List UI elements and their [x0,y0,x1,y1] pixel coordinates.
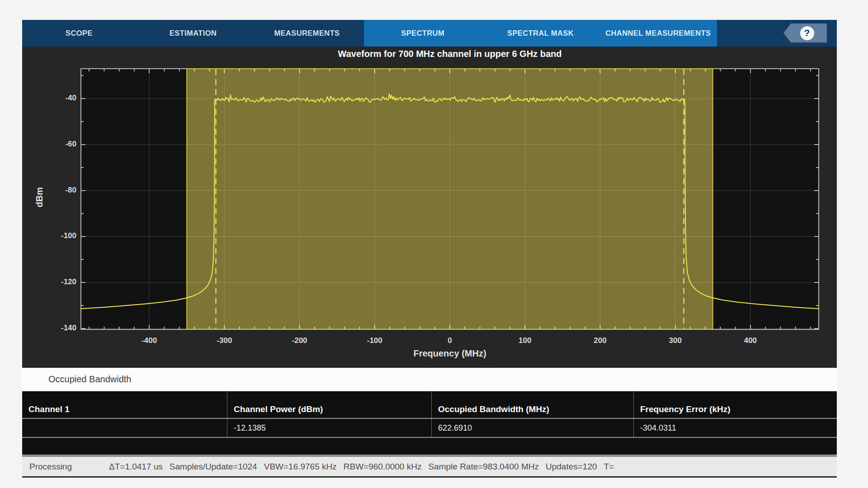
y-axis-label: dBm [34,187,45,207]
x-tick-label: 400 [730,336,771,345]
y-tick-label: -120 [22,277,76,286]
table-row: -12.1385 622.6910 -304.0311 [22,419,837,437]
table-header-channel-power: Channel Power (dBm) [227,391,431,418]
tab-group-active: SPECTRUM SPECTRAL MASK CHANNEL MEASUREME… [364,20,717,47]
x-tick-label: -300 [204,336,245,345]
tab-group-left: SCOPE ESTIMATION MEASUREMENTS [22,20,364,47]
plot-title: Waveform for 700 MHz channel in upper 6 … [80,49,819,59]
y-tick-label: -40 [22,94,76,103]
table-cell-channel [22,419,227,437]
x-axis-label: Frequency (MHz) [80,348,819,359]
status-samples-per-update: Samples/Update=1024 [170,462,257,472]
y-tick-label: -100 [22,231,76,240]
tab-spectrum[interactable]: SPECTRUM [364,20,481,47]
status-delta-t: ΔT=1.0417 us [109,462,163,472]
x-tick-label: -400 [129,336,170,345]
screenshot-stage: SCOPE ESTIMATION MEASUREMENTS SPECTRUM S… [0,0,868,488]
status-state: Processing [29,462,72,472]
table-header-frequency-error: Frequency Error (kHz) [633,391,837,418]
table-cell-frequency-error: -304.0311 [633,419,837,437]
spectrum-plot-panel: Waveform for 700 MHz channel in upper 6 … [22,47,837,368]
table-cell-channel-power: -12.1385 [227,419,431,437]
tab-estimation[interactable]: ESTIMATION [136,20,250,47]
status-updates: Updates=120 [546,462,597,472]
toolstrip-tabbar: SCOPE ESTIMATION MEASUREMENTS SPECTRUM S… [22,20,837,47]
x-tick-label: 0 [429,336,470,345]
status-vbw: VBW=16.9765 kHz [264,462,337,472]
x-tick-label: -200 [279,336,320,345]
occupied-bandwidth-panel-title: Occupied Bandwidth [22,368,837,391]
tab-measurements[interactable]: MEASUREMENTS [250,20,364,47]
table-empty-row [22,438,837,455]
occupied-bandwidth-title-text: Occupied Bandwidth [48,374,131,385]
status-rbw: RBW=960.0000 kHz [344,462,422,472]
help-button[interactable]: ? [783,23,827,42]
status-bar: Processing ΔT=1.0417 us Samples/Update=1… [22,455,837,476]
tab-channel-measurements[interactable]: CHANNEL MEASUREMENTS [599,20,717,47]
help-icon: ? [800,26,814,40]
tab-scope[interactable]: SCOPE [22,20,136,47]
table-header-channel: Channel 1 [22,391,227,418]
x-tick-label: 100 [505,336,545,345]
tab-spectral-mask[interactable]: SPECTRAL MASK [481,20,599,47]
table-header-occupied-bandwidth: Occupied Bandwidth (MHz) [431,391,633,418]
tab-group-right: ? [717,20,837,47]
y-tick-label: -80 [22,186,76,195]
y-tick-label: -140 [22,324,76,333]
table-cell-occupied-bandwidth: 622.6910 [431,419,633,437]
spectrum-analyzer-window: SCOPE ESTIMATION MEASUREMENTS SPECTRUM S… [22,20,837,478]
x-tick-label: -100 [354,336,395,345]
y-tick-label: -60 [22,140,76,149]
table-header-row: Channel 1 Channel Power (dBm) Occupied B… [22,391,837,418]
spectrum-chart[interactable] [80,68,819,330]
status-time: T= [604,462,614,472]
x-tick-label: 300 [655,336,696,345]
channel-measurements-table: Channel 1 Channel Power (dBm) Occupied B… [22,391,837,455]
status-sample-rate: Sample Rate=983.0400 MHz [428,462,539,472]
x-tick-label: 200 [580,336,620,345]
